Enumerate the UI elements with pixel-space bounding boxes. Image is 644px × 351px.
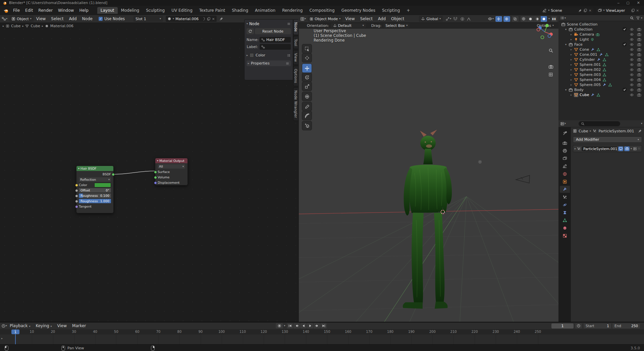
disclosure-icon[interactable]: ▸ (571, 48, 574, 51)
disclosure-icon[interactable]: ▸ (571, 63, 574, 66)
color-input-socket[interactable] (75, 184, 78, 187)
use-preview-range-button[interactable] (575, 323, 582, 328)
properties-tab-constraints[interactable] (560, 209, 570, 216)
play-reverse-button[interactable] (300, 323, 307, 328)
exclude-checkbox[interactable] (623, 88, 627, 92)
reset-node-button[interactable]: Reset Node (255, 28, 291, 34)
outliner-row-sphere-002[interactable]: ▸Sphere.002 (558, 67, 644, 72)
node-label-input[interactable] (260, 44, 291, 50)
properties-subpanel[interactable]: ▸ Properties (247, 60, 291, 66)
drag-value-dropdown[interactable]: Select Box ▾ (383, 23, 410, 28)
disclosure-icon[interactable]: ▸ (571, 53, 574, 56)
properties-tab-tool[interactable] (560, 130, 570, 137)
hide-eye-icon[interactable] (630, 68, 634, 72)
hide-eye-icon[interactable] (630, 57, 634, 62)
material-output-node[interactable]: ▾Material OutputAll▾SurfaceVolumeDisplac… (155, 158, 188, 185)
color-swatch-small[interactable] (250, 53, 254, 57)
workspace-tab-texture-paint[interactable]: Texture Paint (196, 7, 228, 14)
editor-type-icon[interactable] (300, 17, 305, 21)
disclosure-icon[interactable]: ▾ (565, 43, 569, 46)
menu-window[interactable]: Window (55, 8, 76, 13)
sidebar-tab-node[interactable]: Node (293, 19, 298, 35)
node-panel-header[interactable]: ▾ Node (247, 21, 291, 27)
workspace-tab-layout[interactable]: Layout (97, 7, 118, 14)
properties-tab-world[interactable] (560, 170, 570, 177)
minimize-button[interactable]: ‒ (614, 1, 623, 5)
disable-render-icon[interactable] (637, 78, 641, 82)
show-viewport-toggle[interactable] (618, 146, 624, 151)
viewport-menu-view[interactable]: View (342, 16, 357, 21)
scene-selector[interactable]: ▾ Scene ✕ (541, 7, 593, 13)
collapse-icon[interactable]: ▾ (157, 160, 158, 162)
surface-input-socket[interactable] (154, 171, 157, 174)
pin-icon[interactable] (638, 129, 642, 133)
filter-icon[interactable] (636, 16, 640, 20)
visibility-icon[interactable] (488, 16, 492, 21)
snap-target-icon[interactable] (445, 17, 450, 21)
exclude-checkbox[interactable] (623, 42, 627, 46)
hide-eye-icon[interactable] (630, 83, 634, 87)
collapse-icon[interactable]: ▾ (78, 167, 79, 170)
wrench-icon[interactable] (599, 53, 603, 57)
workspace-tab-shading[interactable]: Shading (228, 7, 252, 14)
mesh-data-icon[interactable] (608, 83, 612, 87)
properties-tab-object[interactable] (560, 178, 570, 185)
close-button[interactable]: ✕ (633, 1, 644, 5)
mesh-data-icon[interactable] (605, 53, 609, 57)
disable-render-icon[interactable] (637, 42, 641, 47)
ortho-grid-icon[interactable] (548, 72, 553, 77)
outliner-row-sphere-005[interactable]: ▸Sphere.005 (558, 82, 644, 87)
displacement-input-socket[interactable] (154, 181, 157, 184)
properties-tab-texture[interactable] (560, 232, 570, 239)
mesh-data-icon[interactable] (596, 48, 600, 52)
current-frame-marker[interactable]: 1 (11, 330, 19, 334)
zoom-icon[interactable] (548, 48, 553, 53)
exclude-checkbox[interactable] (623, 27, 627, 31)
add-cube-tool[interactable] (302, 121, 312, 130)
properties-search-field[interactable] (579, 121, 620, 126)
modifier-name-field[interactable]: ParticleSystem.001 (582, 146, 617, 151)
prev-keyframe-button[interactable] (293, 323, 300, 328)
disable-render-icon[interactable] (637, 57, 641, 62)
editor-type-icon[interactable] (1, 324, 6, 328)
disclosure-icon[interactable]: ▾ (565, 89, 569, 91)
box-select-tool[interactable] (302, 44, 312, 53)
color-subpanel[interactable]: ▸ Color (247, 53, 291, 57)
refresh-button[interactable] (247, 28, 254, 34)
transform-tool[interactable] (302, 92, 312, 101)
mode-dropdown[interactable]: Object Mode ▾ (308, 16, 342, 22)
search-icon[interactable] (630, 16, 634, 20)
xray-button[interactable] (512, 16, 519, 22)
sidebar-tab-options[interactable]: Options (293, 66, 298, 86)
breadcrumb-object[interactable]: Cube (579, 129, 588, 133)
menu-file[interactable]: File (10, 8, 22, 13)
measure-tool[interactable] (302, 111, 312, 120)
tangent-input-socket[interactable] (75, 205, 78, 208)
show-overlays-button[interactable] (503, 16, 510, 22)
disclosure-icon[interactable]: ▸ (571, 33, 574, 36)
light-data-icon[interactable] (590, 38, 594, 42)
viewlayer-selector[interactable]: ▾ ViewLayer ✕ (596, 7, 641, 13)
roughness-slider[interactable]: Roughness1.000 (79, 199, 111, 203)
offset-slider[interactable]: Offset0° (79, 188, 111, 192)
properties-tab-output[interactable] (560, 147, 570, 154)
properties-tab-data[interactable] (560, 217, 570, 224)
roughness-slider[interactable]: Roughness0.100 (79, 193, 111, 198)
expand-icon[interactable]: ▸ (575, 147, 576, 150)
move-tool[interactable] (302, 63, 312, 73)
pause-render-button[interactable]: ▮▮ (551, 16, 557, 22)
breadcrumb-modifier[interactable]: ParticleSystem.001 (598, 129, 634, 133)
timeline-expand-icon[interactable]: ▸ (1, 337, 3, 340)
drag-handle-icon[interactable]: ⁞⁞ (638, 147, 640, 150)
disable-render-icon[interactable] (637, 32, 641, 37)
mesh-data-icon[interactable] (602, 68, 606, 72)
disable-render-icon[interactable] (637, 73, 641, 77)
blender-menu-icon[interactable] (3, 8, 8, 13)
annotate-tool[interactable] (302, 102, 312, 111)
pin-icon[interactable] (578, 9, 582, 12)
rotate-tool[interactable] (302, 73, 312, 82)
workspace-tab-rendering[interactable]: Rendering (279, 7, 306, 14)
timeline-ruler[interactable]: 1020304050607080901001101201301401501601… (0, 329, 644, 335)
disclosure-icon[interactable]: ▸ (571, 38, 574, 41)
extras-menu-icon[interactable] (633, 147, 637, 151)
